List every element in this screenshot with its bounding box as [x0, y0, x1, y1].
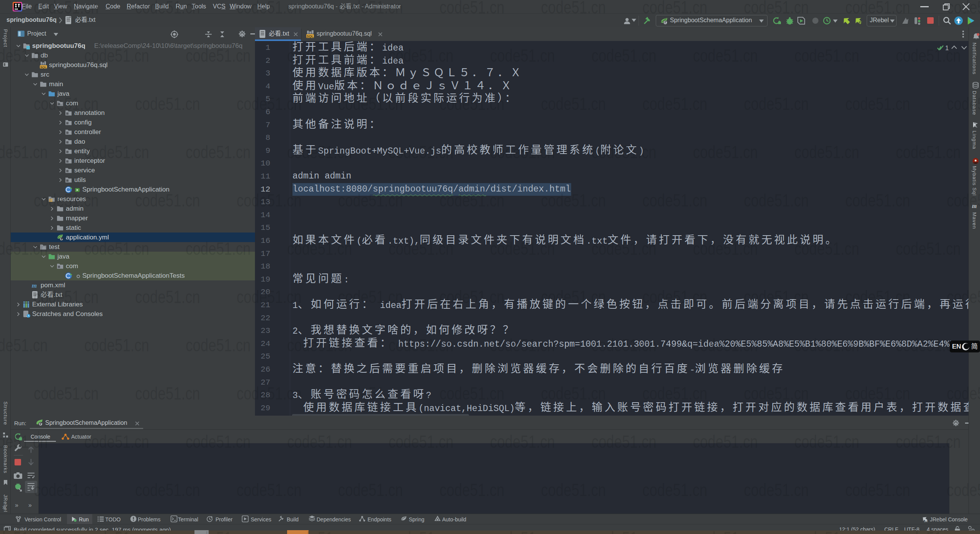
- svg-text:SQL: SQL: [307, 34, 314, 38]
- svg-text:m: m: [32, 282, 37, 289]
- svg-text:JR: JR: [924, 520, 928, 523]
- svg-text:m: m: [972, 203, 977, 209]
